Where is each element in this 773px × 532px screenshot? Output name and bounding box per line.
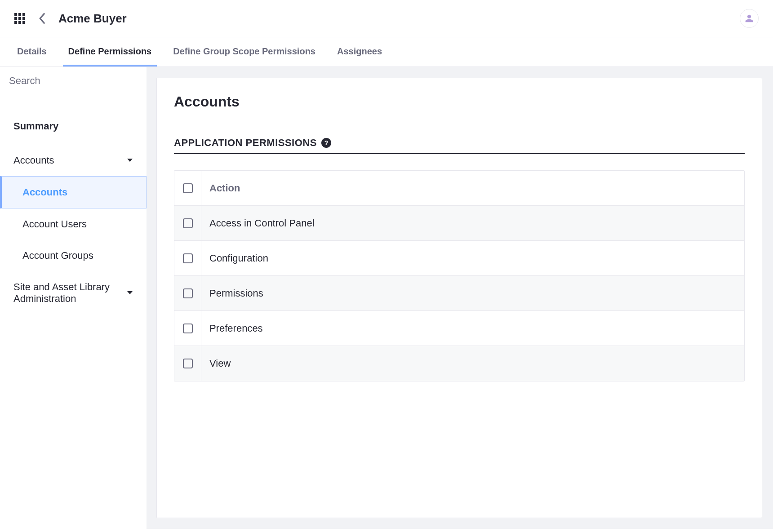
checkbox-cell <box>174 276 201 310</box>
table-row: Configuration <box>174 241 744 276</box>
back-button[interactable] <box>36 11 48 26</box>
column-header-action: Action <box>201 182 248 194</box>
permission-checkbox-configuration[interactable] <box>183 253 193 263</box>
summary-heading[interactable]: Summary <box>0 108 147 145</box>
checkbox-cell <box>174 206 201 240</box>
section-heading-text: APPLICATION PERMISSIONS <box>174 137 317 149</box>
table-row: Preferences <box>174 311 744 346</box>
checkbox-cell <box>174 241 201 275</box>
checkbox-cell <box>174 346 201 381</box>
category-accounts[interactable]: Accounts <box>0 145 147 176</box>
page-title: Acme Buyer <box>58 12 127 26</box>
permission-label: Access in Control Panel <box>201 217 323 229</box>
main-content: Accounts APPLICATION PERMISSIONS ? Actio… <box>147 67 773 529</box>
page-header: Acme Buyer <box>0 0 773 37</box>
select-all-cell <box>174 171 201 205</box>
help-icon[interactable]: ? <box>321 138 331 148</box>
search-container <box>0 67 147 95</box>
panel-title: Accounts <box>174 93 745 110</box>
permission-label: View <box>201 358 239 369</box>
caret-down-icon <box>127 291 133 295</box>
section-heading: APPLICATION PERMISSIONS ? <box>174 137 745 154</box>
select-all-checkbox[interactable] <box>183 183 193 193</box>
sidebar: Summary Accounts Accounts Account Users … <box>0 67 147 529</box>
permissions-panel: Accounts APPLICATION PERMISSIONS ? Actio… <box>156 78 762 518</box>
search-input[interactable] <box>0 67 147 95</box>
chevron-left-icon <box>38 13 46 24</box>
category-site-asset-admin[interactable]: Site and Asset Library Administration <box>0 271 147 315</box>
table-row: View <box>174 346 744 381</box>
sidebar-item-accounts[interactable]: Accounts <box>0 176 147 208</box>
table-header-row: Action <box>174 171 744 206</box>
tab-define-permissions[interactable]: Define Permissions <box>68 37 152 66</box>
category-label: Accounts <box>13 155 54 166</box>
permission-checkbox-view[interactable] <box>183 359 193 368</box>
sidebar-item-account-groups[interactable]: Account Groups <box>0 240 147 271</box>
sidebar-nav: Summary Accounts Accounts Account Users … <box>0 95 147 315</box>
tab-assignees[interactable]: Assignees <box>337 37 382 66</box>
caret-down-icon <box>127 158 133 163</box>
permissions-table: Action Access in Control Panel Configura… <box>174 170 745 381</box>
workspace: Summary Accounts Accounts Account Users … <box>0 67 773 529</box>
checkbox-cell <box>174 311 201 346</box>
table-row: Permissions <box>174 276 744 311</box>
permission-label: Preferences <box>201 323 271 334</box>
user-icon <box>745 14 754 23</box>
table-row: Access in Control Panel <box>174 206 744 241</box>
user-avatar[interactable] <box>740 9 759 28</box>
permission-checkbox-permissions[interactable] <box>183 288 193 298</box>
tab-define-group-scope[interactable]: Define Group Scope Permissions <box>173 37 315 66</box>
apps-menu-icon[interactable] <box>14 13 25 24</box>
tab-details[interactable]: Details <box>17 37 47 66</box>
permission-label: Permissions <box>201 288 271 299</box>
permission-label: Configuration <box>201 253 276 264</box>
sidebar-item-account-users[interactable]: Account Users <box>0 208 147 240</box>
permission-checkbox-access-control-panel[interactable] <box>183 218 193 228</box>
category-label: Site and Asset Library Administration <box>13 281 117 305</box>
tab-bar: Details Define Permissions Define Group … <box>0 37 773 67</box>
permission-checkbox-preferences[interactable] <box>183 324 193 333</box>
